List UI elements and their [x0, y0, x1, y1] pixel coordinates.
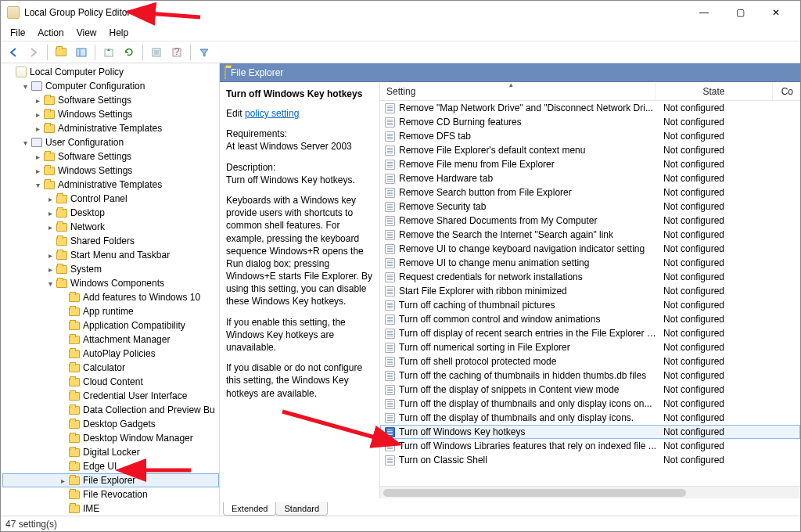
expander-icon[interactable]: ▸	[32, 110, 43, 119]
settings-list-rows[interactable]: Remove "Map Network Drive" and "Disconne…	[380, 101, 800, 486]
setting-row[interactable]: Turn off Windows Key hotkeysNot configur…	[380, 425, 800, 439]
tree-item[interactable]: ▸Network	[2, 220, 219, 234]
expander-icon[interactable]: ▸	[45, 265, 56, 274]
expander-icon[interactable]: ▸	[32, 96, 43, 105]
tree-item[interactable]: ▾Computer Configuration	[2, 79, 219, 93]
toolbar-properties-button[interactable]	[147, 43, 166, 62]
tree-item[interactable]: ▸File Explorer	[2, 473, 219, 487]
menu-action[interactable]: Action	[31, 26, 70, 40]
toolbar-export-button[interactable]	[99, 43, 118, 62]
setting-row[interactable]: Remove File Explorer's default context m…	[380, 143, 800, 157]
expander-icon[interactable]: ▸	[45, 223, 56, 232]
expander-icon[interactable]: ▾	[20, 138, 31, 147]
setting-row[interactable]: Turn on Classic ShellNot configured	[380, 453, 800, 467]
setting-row[interactable]: Turn off shell protocol protected modeNo…	[380, 354, 800, 368]
tree-item[interactable]: AutoPlay Policies	[2, 347, 219, 361]
expander-icon[interactable]: ▾	[32, 181, 43, 189]
tree-item[interactable]: ▸Windows Settings	[2, 164, 219, 178]
setting-row[interactable]: Remove UI to change keyboard navigation …	[380, 242, 800, 256]
forward-button[interactable]	[24, 43, 43, 62]
tree-item[interactable]: ▾User Configuration	[2, 135, 219, 149]
folder-icon	[69, 491, 80, 499]
tree-item[interactable]: Desktop Gadgets	[2, 417, 219, 431]
tree-item[interactable]: Edge UI	[2, 459, 219, 473]
horizontal-scrollbar[interactable]	[380, 486, 800, 498]
setting-row[interactable]: Remove Security tabNot configured	[380, 200, 800, 214]
tree-item[interactable]: Data Collection and Preview Bu	[2, 403, 219, 417]
expander-icon[interactable]: ▾	[20, 82, 31, 91]
toolbar-help-button[interactable]: ?	[167, 43, 186, 62]
tree-item[interactable]: IME	[2, 501, 219, 516]
tree-item[interactable]: Shared Folders	[2, 234, 219, 248]
tree-item[interactable]: ▸Administrative Templates	[2, 121, 219, 135]
setting-row[interactable]: Remove UI to change menu animation setti…	[380, 256, 800, 270]
tree-item[interactable]: Application Compatibility	[2, 318, 219, 332]
tree-item[interactable]: ▾Windows Components	[2, 276, 219, 290]
tree-item[interactable]: Calculator	[2, 361, 219, 375]
edit-policy-link[interactable]: policy setting	[245, 108, 299, 119]
setting-row[interactable]: Turn off display of recent search entrie…	[380, 326, 800, 340]
setting-row[interactable]: Turn off common control and window anima…	[380, 312, 800, 326]
tab-standard[interactable]: Standard	[275, 502, 328, 516]
menu-help[interactable]: Help	[103, 26, 135, 40]
tree-item[interactable]: ▾Administrative Templates	[2, 178, 219, 192]
setting-row[interactable]: Remove CD Burning featuresNot configured	[380, 115, 800, 129]
expander-icon[interactable]: ▸	[32, 124, 43, 133]
expander-icon[interactable]: ▸	[45, 251, 56, 260]
expander-icon[interactable]: ▸	[45, 209, 56, 217]
expander-icon[interactable]: ▾	[45, 279, 56, 288]
toolbar-show-hide-button[interactable]	[72, 43, 91, 62]
tree-item[interactable]: ▸System	[2, 262, 219, 276]
menu-view[interactable]: View	[70, 26, 103, 40]
tree-item[interactable]: ▸Desktop	[2, 206, 219, 220]
setting-row[interactable]: Remove Shared Documents from My Computer…	[380, 214, 800, 228]
tree-item[interactable]: ▸Start Menu and Taskbar	[2, 248, 219, 262]
menu-file[interactable]: File	[4, 26, 31, 40]
expander-icon[interactable]: ▸	[32, 167, 43, 175]
close-button[interactable]: ✕	[758, 1, 794, 24]
tree-item[interactable]: ▸Software Settings	[2, 93, 219, 107]
setting-row[interactable]: Turn off the display of snippets in Cont…	[380, 383, 800, 397]
tree-item[interactable]: Cloud Content	[2, 375, 219, 389]
setting-row[interactable]: Remove DFS tabNot configured	[380, 129, 800, 143]
tree-item[interactable]: ▸Control Panel	[2, 192, 219, 206]
toolbar-filter-button[interactable]	[195, 43, 214, 62]
setting-row[interactable]: Start File Explorer with ribbon minimize…	[380, 284, 800, 298]
expander-icon[interactable]: ▸	[32, 153, 43, 161]
maximize-button[interactable]: ▢	[722, 1, 758, 24]
settings-list-header[interactable]: Setting ▴ State Co	[380, 82, 800, 101]
tree-item[interactable]: ▸Software Settings	[2, 149, 219, 164]
tree-item[interactable]: App runtime	[2, 304, 219, 318]
setting-row[interactable]: Turn off the caching of thumbnails in hi…	[380, 368, 800, 383]
tree-item[interactable]: ▸Windows Settings	[2, 107, 219, 121]
setting-row[interactable]: Remove Hardware tabNot configured	[380, 171, 800, 185]
setting-row[interactable]: Turn off caching of thumbnail picturesNo…	[380, 298, 800, 312]
tree-item[interactable]: Credential User Interface	[2, 389, 219, 403]
tree-item[interactable]: File Revocation	[2, 487, 219, 501]
setting-row[interactable]: Remove "Map Network Drive" and "Disconne…	[380, 101, 800, 115]
expander-icon[interactable]: ▸	[57, 476, 68, 485]
setting-row[interactable]: Remove the Search the Internet "Search a…	[380, 228, 800, 242]
toolbar-folder-button[interactable]	[52, 43, 70, 62]
tree-item[interactable]: Digital Locker	[2, 445, 219, 459]
setting-row[interactable]: Remove Search button from File ExplorerN…	[380, 185, 800, 200]
back-button[interactable]	[4, 43, 23, 62]
setting-row[interactable]: Remove File menu from File ExplorerNot c…	[380, 157, 800, 171]
setting-row[interactable]: Request credentials for network installa…	[380, 270, 800, 284]
column-comment[interactable]: Co	[781, 86, 793, 97]
setting-row[interactable]: Turn off numerical sorting in File Explo…	[380, 340, 800, 354]
setting-row[interactable]: Turn off the display of thumbnails and o…	[380, 397, 800, 411]
column-setting[interactable]: Setting	[386, 86, 415, 97]
expander-icon[interactable]: ▸	[45, 195, 56, 203]
tree-root[interactable]: Local Computer Policy	[2, 65, 219, 79]
minimize-button[interactable]: —	[686, 1, 722, 24]
setting-row[interactable]: Turn off the display of thumbnails and o…	[380, 411, 800, 425]
tree-pane[interactable]: Local Computer Policy ▾Computer Configur…	[1, 63, 220, 516]
toolbar-refresh-button[interactable]	[120, 43, 138, 62]
column-state[interactable]: State	[702, 86, 724, 97]
setting-row[interactable]: Turn off Windows Libraries features that…	[380, 439, 800, 453]
tree-item[interactable]: Attachment Manager	[2, 332, 219, 347]
tab-extended[interactable]: Extended	[223, 502, 276, 516]
tree-item[interactable]: Add features to Windows 10	[2, 290, 219, 304]
tree-item[interactable]: Desktop Window Manager	[2, 431, 219, 445]
